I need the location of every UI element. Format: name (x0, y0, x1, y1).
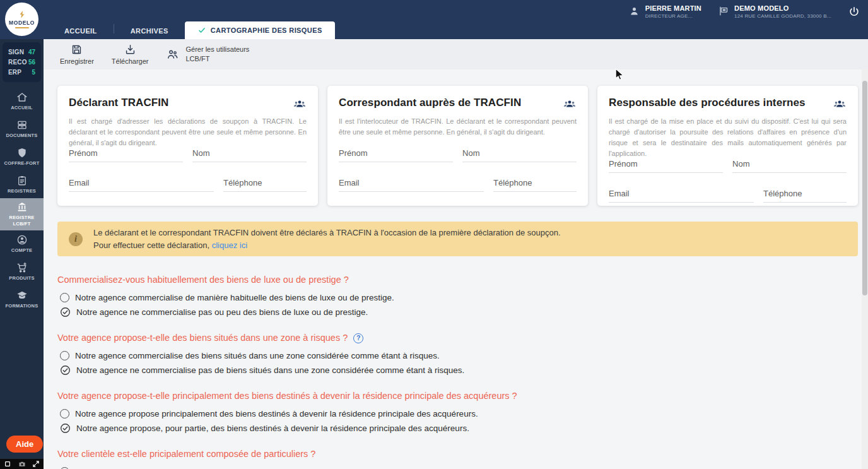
estate-sign-icon (718, 6, 729, 16)
radio-option[interactable]: Notre agence commercialise de manière ha… (60, 292, 858, 304)
scrollbar-thumb[interactable] (862, 81, 867, 295)
check-icon (197, 27, 206, 34)
counter-label: RECO (8, 57, 27, 68)
app-logo[interactable]: MODELO (5, 3, 38, 36)
sidebar-item-compte[interactable]: COMPTE (0, 230, 44, 258)
counter-value: 56 (28, 57, 35, 68)
main-content: Déclarant TRACFINIl est chargé d'adresse… (44, 69, 862, 469)
info-banner: i Le déclarant et le correspondant TRACF… (57, 222, 858, 256)
toolbar-button-label: Gérer les utilisateursLCB/FT (186, 45, 250, 64)
stop-square-icon[interactable] (4, 460, 11, 468)
radio-unchecked-icon (60, 409, 69, 419)
input-nom[interactable]: Nom (732, 159, 847, 173)
field-label: Prénom (69, 148, 98, 158)
user-info[interactable]: PIERRE MARTIN DIRECTEUR AGE... (629, 4, 701, 20)
option-label: Notre agence propose principalement des … (75, 408, 478, 420)
sidebar-item-accueil[interactable]: ACCUEIL (0, 87, 44, 115)
banner-line1: Le déclarant et le correspondant TRACFIN… (93, 227, 561, 239)
radio-option[interactable]: Notre agence propose, pour partie, des b… (60, 422, 858, 434)
agency-info[interactable]: DEMO MODELO 124 RUE CAMILLE GODARD, 3300… (718, 4, 831, 20)
sidebar-item-registres[interactable]: REGISTRES (0, 170, 44, 198)
input-prenom[interactable]: Prénom (69, 148, 183, 162)
sidebar-item-produits[interactable]: PRODUITS (0, 258, 44, 286)
card-description: Il est chargé de la mise en place et du … (609, 116, 847, 159)
input-nom[interactable]: Nom (462, 148, 577, 162)
radio-option[interactable]: La clientèle de l'agence est pricipaleme… (60, 466, 858, 469)
radio-option[interactable]: Notre agence ne commercialise pas ou peu… (60, 306, 858, 318)
radio-unchecked-icon (60, 351, 69, 360)
logo-text: MODELO (9, 20, 35, 26)
input-nom[interactable]: Nom (192, 148, 307, 162)
option-label: Notre agence commercialise de manière ha… (75, 292, 394, 304)
input-prenom[interactable]: Prénom (339, 148, 453, 162)
question: Votre agence propose-t-elle principaleme… (57, 390, 858, 434)
radio-checked-icon (60, 307, 71, 318)
banner-line2: Pour effectuer cette déclaration, clique… (93, 239, 561, 252)
sidebar-nav: ACCUEILDOCUMENTSCOFFRE-FORTREGISTRESREGI… (0, 87, 44, 314)
option-label: Notre agence commercialise des biens sit… (75, 350, 440, 362)
tab-label: ARCHIVES (131, 27, 168, 35)
help-button[interactable]: Aide (6, 436, 43, 453)
question-title: Votre agence propose-t-elle principaleme… (57, 390, 858, 402)
input-email[interactable]: Email (339, 178, 484, 192)
toolbar-button-label: Télécharger (112, 57, 149, 65)
power-icon (848, 6, 860, 18)
input-telephone[interactable]: Téléphone (493, 178, 577, 192)
sidebar-item-registre-lcb-ft[interactable]: REGISTRELCB/FT (0, 198, 44, 230)
help-icon[interactable]: ? (353, 333, 363, 343)
question-title: Votre clientèle est-elle pricipalement c… (57, 448, 858, 460)
question: Votre clientèle est-elle pricipalement c… (57, 448, 858, 469)
card-title: Responsable des procédures internes (609, 97, 806, 109)
card-description: Il est l'interlocuteur de TRACFIN. Le dé… (339, 116, 577, 138)
counter-erp: ERP5 (8, 68, 35, 78)
toolbar-button-telecharger[interactable]: Télécharger (105, 42, 156, 67)
tab-cartographie-des-risques[interactable]: CARTOGRAPHIE DES RISQUES (185, 21, 335, 39)
input-telephone[interactable]: Téléphone (223, 178, 307, 192)
banner-link[interactable]: cliquez ici (212, 240, 247, 250)
option-label: La clientèle de l'agence est pricipaleme… (75, 466, 330, 469)
radio-option[interactable]: Notre agence commercialise des biens sit… (60, 350, 858, 362)
camera-icon[interactable] (18, 460, 26, 468)
option-label: Notre agence ne commercialise pas de bie… (76, 364, 464, 376)
toolbar-button-enregistrer[interactable]: Enregistrer (53, 42, 101, 67)
card-declarant-tracfin: Déclarant TRACFINIl est chargé d'adresse… (57, 86, 318, 206)
tab-archives[interactable]: ARCHIVES (114, 22, 185, 39)
scrollbar-track[interactable] (862, 69, 868, 469)
card-title: Correspondant auprès de TRACFIN (339, 97, 521, 109)
radio-option[interactable]: Notre agence propose principalement des … (60, 408, 858, 420)
group-icon (833, 98, 847, 110)
logout-button[interactable] (848, 6, 860, 18)
sidebar-item-coffre-fort[interactable]: COFFRE-FORT (0, 143, 44, 170)
sidebar-item-label: DOCUMENTS (6, 133, 37, 139)
group-icon (293, 98, 307, 110)
sidebar: SIGN47RECO56ERP5 ACCUEILDOCUMENTSCOFFRE-… (0, 39, 44, 469)
question-title: Votre agence propose-t-elle des biens si… (57, 332, 858, 344)
toolbar-button-label: Enregistrer (60, 57, 94, 65)
toolbar: EnregistrerTéléchargerGérer les utilisat… (44, 39, 868, 69)
radio-checked-icon (60, 365, 71, 376)
field-label: Email (609, 189, 630, 198)
field-label: Email (69, 178, 90, 187)
logo-subline (15, 27, 29, 28)
input-email[interactable]: Email (609, 189, 754, 203)
shield-icon (16, 147, 28, 158)
field-label: Nom (192, 148, 209, 158)
save-icon (71, 44, 83, 56)
input-email[interactable]: Email (69, 178, 214, 192)
counter-reco: RECO56 (8, 57, 35, 68)
topbar-right: PIERRE MARTIN DIRECTEUR AGE... DEMO MODE… (629, 4, 860, 20)
field-label: Prénom (339, 148, 368, 158)
manage-users-icon (167, 49, 179, 61)
option-label: Notre agence ne commercialise pas ou peu… (76, 306, 368, 318)
sidebar-item-formations[interactable]: FORMATIONS (0, 286, 44, 314)
toolbar-button-gerer-les-utilisateurs[interactable]: Gérer les utilisateursLCB/FT (160, 43, 257, 66)
field-label: Téléphone (763, 189, 802, 198)
sidebar-item-documents[interactable]: DOCUMENTS (0, 115, 44, 143)
input-telephone[interactable]: Téléphone (763, 189, 847, 203)
input-prenom[interactable]: Prénom (609, 159, 723, 173)
tab-accueil[interactable]: ACCUEIL (48, 22, 114, 39)
radio-option[interactable]: Notre agence ne commercialise pas de bie… (60, 364, 858, 376)
expand-icon[interactable] (32, 460, 40, 468)
download-icon (124, 44, 136, 56)
main-tabs: ACCUEILARCHIVESCARTOGRAPHIE DES RISQUES (48, 20, 335, 39)
